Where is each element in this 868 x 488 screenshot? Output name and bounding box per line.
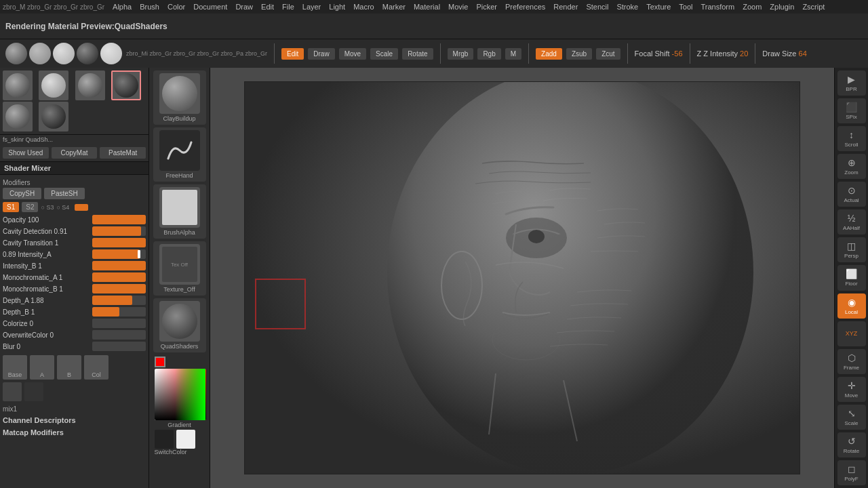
- aahalf-button[interactable]: ½ AAHalf: [837, 209, 866, 235]
- material-sphere-4[interactable]: [77, 43, 98, 64]
- menu-color[interactable]: Color: [167, 3, 185, 11]
- s4-radio[interactable]: ○ S4: [56, 204, 69, 211]
- zcut-button[interactable]: Zcut: [596, 48, 620, 60]
- menu-light[interactable]: Light: [329, 3, 345, 11]
- move-button[interactable]: Move: [339, 48, 366, 60]
- menu-layer[interactable]: Layer: [302, 3, 321, 11]
- menu-brush[interactable]: Brush: [140, 3, 159, 11]
- menu-preferences[interactable]: Preferences: [505, 3, 545, 11]
- paste-sh-button[interactable]: PasteSH: [44, 188, 84, 199]
- menu-render[interactable]: Render: [553, 3, 578, 11]
- brush-alpha[interactable]: BrushAlpha: [153, 184, 206, 239]
- menu-marker[interactable]: Marker: [382, 3, 406, 11]
- menu-zscript[interactable]: Zscript: [802, 3, 825, 11]
- rotate-button[interactable]: ↺ Rotate: [837, 432, 866, 458]
- rotate-button[interactable]: Rotate: [402, 48, 433, 60]
- switch-dark-color[interactable]: [155, 430, 174, 449]
- depth-a-track[interactable]: [92, 296, 146, 305]
- mono-a-track[interactable]: [92, 272, 146, 282]
- spix-button[interactable]: ⬛ SPix: [837, 98, 866, 123]
- actual-button[interactable]: ⊙ Actual: [837, 182, 866, 207]
- cavity-detection-track[interactable]: [92, 226, 146, 236]
- menu-draw[interactable]: Draw: [235, 3, 253, 11]
- local-button[interactable]: ◉ Local: [837, 293, 866, 319]
- color-picker-actual[interactable]: [155, 369, 206, 420]
- intensity-a-track[interactable]: [92, 249, 146, 259]
- draw-button[interactable]: Draw: [308, 48, 334, 60]
- switch-light-color[interactable]: [176, 430, 195, 449]
- persp-button[interactable]: ◫ Persp: [837, 237, 866, 262]
- colorize-track[interactable]: [92, 319, 146, 328]
- material-sphere-5[interactable]: [100, 43, 122, 64]
- xyz-button[interactable]: XYZ: [837, 321, 866, 346]
- brush-freehand[interactable]: FreeHand: [153, 127, 206, 182]
- menu-tool[interactable]: Tool: [679, 3, 692, 11]
- menu-movie[interactable]: Movie: [448, 3, 468, 11]
- canvas-area[interactable]: [210, 68, 834, 488]
- menu-picker[interactable]: Picker: [476, 3, 497, 11]
- menu-stencil[interactable]: Stencil: [586, 3, 608, 11]
- material-sphere-3[interactable]: [53, 43, 75, 64]
- scale-button[interactable]: ⤡ Scale: [837, 405, 866, 430]
- zsub-button[interactable]: Zsub: [566, 48, 592, 60]
- menu-zoom[interactable]: Zoom: [743, 3, 762, 11]
- menu-macro[interactable]: Macro: [353, 3, 374, 11]
- mat-thumb-6[interactable]: [39, 102, 68, 131]
- menu-file[interactable]: File: [282, 3, 294, 11]
- color-indicator[interactable]: [155, 357, 165, 367]
- brush-claybuildup[interactable]: ClayBuildup: [153, 70, 206, 125]
- s4-slider[interactable]: [75, 204, 88, 211]
- scale-button[interactable]: Scale: [370, 48, 398, 60]
- move-button[interactable]: ✛ Move: [837, 377, 866, 402]
- copy-sh-button[interactable]: CopySH: [3, 188, 41, 199]
- s2-tab[interactable]: S2: [22, 202, 38, 212]
- intensity-a-thumb[interactable]: [138, 250, 140, 258]
- zadd-button[interactable]: Zadd: [536, 48, 562, 60]
- material-sphere-2[interactable]: [29, 43, 51, 64]
- mat-thumb-4[interactable]: [111, 70, 141, 100]
- mat-thumb-5[interactable]: [3, 102, 33, 131]
- menu-texture[interactable]: Texture: [646, 3, 671, 11]
- menu-transform[interactable]: Transform: [701, 3, 734, 11]
- base-box-a[interactable]: A: [30, 355, 54, 380]
- material-sphere-1[interactable]: [5, 43, 27, 64]
- menu-zplugin[interactable]: Zplugin: [770, 3, 794, 11]
- floor-button[interactable]: ⬜ Floor: [837, 265, 866, 290]
- brush-quad-shaders[interactable]: QuadShaders: [153, 298, 206, 352]
- menu-material[interactable]: Material: [414, 3, 440, 11]
- brush-texture-off[interactable]: Tex Off Texture_Off: [153, 241, 206, 296]
- cavity-transition-track[interactable]: [92, 238, 146, 247]
- m-button[interactable]: M: [505, 48, 521, 60]
- mat-thumb-2[interactable]: [39, 70, 68, 100]
- depth-b-track[interactable]: [92, 307, 146, 317]
- frame-button[interactable]: ⬡ Frame: [837, 349, 866, 374]
- mix-swatch-2[interactable]: [24, 382, 43, 401]
- zoom-button[interactable]: ⊕ Zoom: [837, 154, 866, 179]
- mat-thumb-3[interactable]: [75, 70, 105, 100]
- polyf-button[interactable]: ◻ PolyF: [837, 460, 866, 485]
- copy-mat-button[interactable]: CopyMat: [52, 147, 98, 159]
- base-box-base[interactable]: Base: [3, 355, 27, 380]
- mono-b-track[interactable]: [92, 284, 146, 293]
- base-box-col[interactable]: Col: [84, 355, 108, 380]
- blur-track[interactable]: [92, 342, 146, 351]
- edit-button[interactable]: Edit: [281, 48, 304, 60]
- opacity-track[interactable]: [92, 215, 146, 224]
- menu-stroke[interactable]: Stroke: [616, 3, 638, 11]
- bpr-button[interactable]: ▶ BPR: [837, 70, 866, 96]
- menu-edit[interactable]: Edit: [261, 3, 274, 11]
- overwrite-color-track[interactable]: [92, 330, 146, 340]
- s1-tab[interactable]: S1: [3, 202, 19, 212]
- mrgb-button[interactable]: Mrgb: [448, 48, 474, 60]
- mix-swatch-1[interactable]: [3, 382, 22, 401]
- menu-alpha[interactable]: Alpha: [113, 3, 132, 11]
- mat-thumb-1[interactable]: [3, 70, 33, 100]
- rgb-button[interactable]: Rgb: [477, 48, 500, 60]
- paste-mat-button[interactable]: PasteMat: [100, 147, 146, 159]
- intensity-b-track[interactable]: [92, 261, 146, 270]
- menu-document[interactable]: Document: [193, 3, 227, 11]
- s3-radio[interactable]: ○ S3: [41, 204, 54, 211]
- scroll-button[interactable]: ↕ Scroll: [837, 126, 866, 151]
- show-used-button[interactable]: Show Used: [3, 147, 49, 159]
- base-box-b[interactable]: B: [57, 355, 81, 380]
